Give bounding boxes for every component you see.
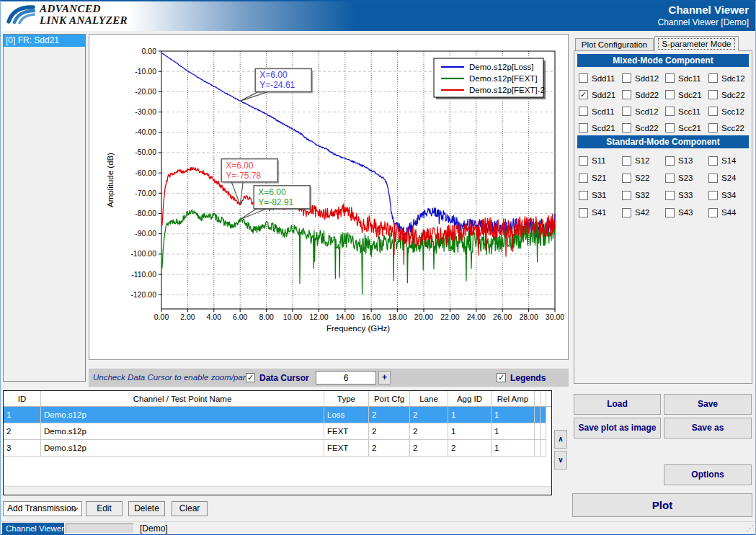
- save-plot-as-image-button[interactable]: Save plot as image: [574, 418, 661, 439]
- checkbox-sdc21[interactable]: Sdc21: [665, 86, 708, 103]
- checkbox-box[interactable]: [622, 123, 631, 132]
- table-header-cell[interactable]: Rel Amp: [492, 391, 535, 406]
- checkbox-box[interactable]: [708, 73, 718, 83]
- checkbox-box[interactable]: [708, 208, 718, 217]
- checkbox-s12[interactable]: S12: [622, 152, 665, 169]
- delete-button[interactable]: Delete: [128, 501, 165, 516]
- checkbox-s31[interactable]: S31: [579, 186, 622, 204]
- checkbox-box[interactable]: [622, 107, 631, 116]
- checkbox-box[interactable]: [579, 90, 588, 99]
- move-down-button[interactable]: ∨: [554, 451, 567, 469]
- checkbox-sdd22[interactable]: Sdd22: [622, 86, 665, 103]
- table-header-cell[interactable]: Channel / Test Point Name: [41, 391, 324, 406]
- checkbox-sdc22[interactable]: Sdc22: [708, 86, 750, 103]
- checkbox-scc11[interactable]: Scc11: [665, 103, 708, 120]
- chart-canvas[interactable]: 0.002.004.006.008.0010.0012.0014.0016.00…: [89, 35, 568, 359]
- checkbox-scc12[interactable]: Scc12: [708, 103, 750, 120]
- save-button[interactable]: Save: [664, 394, 752, 415]
- data-cursor-checkbox[interactable]: [246, 373, 255, 382]
- table-horizontal-scrollbar[interactable]: [4, 486, 551, 495]
- table-header-cell[interactable]: Lane: [410, 391, 448, 406]
- checkbox-s34[interactable]: S34: [708, 186, 750, 204]
- checkbox-s23[interactable]: S23: [665, 169, 708, 186]
- move-up-button[interactable]: ∧: [554, 430, 567, 449]
- checkbox-box[interactable]: [579, 174, 588, 183]
- load-button[interactable]: Load: [574, 394, 661, 415]
- checkbox-box[interactable]: [665, 191, 675, 200]
- checkbox-s24[interactable]: S24: [708, 169, 750, 186]
- table-header-cell[interactable]: Agg ID: [448, 391, 492, 406]
- checkbox-scc22[interactable]: Scc22: [708, 120, 750, 136]
- table-header-cell[interactable]: ID: [4, 391, 41, 406]
- checkbox-box[interactable]: [708, 191, 718, 200]
- checkbox-scc21[interactable]: Scc21: [665, 120, 708, 136]
- cursor-increment-button[interactable]: +: [378, 371, 391, 385]
- checkbox-box[interactable]: [665, 174, 675, 183]
- checkbox-box[interactable]: [708, 156, 718, 166]
- checkbox-s22[interactable]: S22: [622, 169, 665, 186]
- checkbox-box[interactable]: [622, 191, 631, 200]
- checkbox-sdc12[interactable]: Sdc12: [708, 70, 750, 86]
- checkbox-box[interactable]: [665, 73, 675, 83]
- checkbox-box[interactable]: [622, 73, 631, 83]
- checkbox-box[interactable]: [665, 156, 675, 166]
- clear-button[interactable]: Clear: [172, 501, 208, 516]
- checkbox-s32[interactable]: S32: [622, 186, 665, 204]
- tab-plot-configuration[interactable]: Plot Configuration: [575, 38, 654, 50]
- table-header-cell[interactable]: Type: [324, 391, 369, 406]
- checkbox-box[interactable]: [622, 90, 631, 99]
- checkbox-s11[interactable]: S11: [579, 152, 622, 169]
- table-header-cell[interactable]: Port Cfg: [369, 391, 410, 406]
- resize-grip-icon[interactable]: ⋰: [746, 523, 754, 533]
- checkbox-box[interactable]: [579, 107, 588, 116]
- cursor-x-input[interactable]: [316, 371, 376, 385]
- add-transmission-dropdown[interactable]: Add Transmission: [3, 501, 82, 516]
- checkbox-box[interactable]: [665, 90, 675, 99]
- legends-checkbox[interactable]: [497, 373, 506, 382]
- checkbox-box[interactable]: [579, 73, 588, 83]
- checkbox-sdd12[interactable]: Sdd12: [622, 70, 665, 86]
- checkbox-box[interactable]: [665, 123, 675, 132]
- checkbox-box[interactable]: [622, 156, 631, 166]
- checkbox-box[interactable]: [622, 208, 631, 217]
- checkbox-box[interactable]: [622, 174, 631, 183]
- checkbox-box[interactable]: [579, 156, 588, 166]
- checkbox-box[interactable]: [665, 208, 675, 217]
- sidebar-item[interactable]: [0] FR: Sdd21: [4, 35, 85, 47]
- options-button[interactable]: Options: [664, 464, 752, 485]
- checkbox-sdd21[interactable]: Sdd21: [579, 86, 622, 103]
- checkbox-box[interactable]: [708, 174, 718, 183]
- checkbox-box[interactable]: [708, 90, 718, 99]
- checkbox-s43[interactable]: S43: [665, 204, 708, 221]
- plot-button[interactable]: Plot: [572, 493, 752, 517]
- checkbox-s44[interactable]: S44: [708, 204, 750, 221]
- checkbox-box[interactable]: [579, 208, 588, 217]
- checkbox-s33[interactable]: S33: [665, 186, 708, 204]
- checkbox-box[interactable]: [579, 123, 588, 132]
- table-header-cell[interactable]: [541, 391, 546, 406]
- checkbox-scd22[interactable]: Scd22: [622, 120, 665, 136]
- result-list[interactable]: [0] FR: Sdd21: [3, 34, 86, 382]
- table-header-cell[interactable]: [535, 391, 541, 406]
- table-row[interactable]: 2Demo.s12pFEXT2211: [4, 423, 551, 440]
- checkbox-box[interactable]: [708, 107, 718, 116]
- checkbox-box[interactable]: [665, 107, 675, 116]
- checkbox-box[interactable]: [579, 191, 588, 200]
- table-row[interactable]: 1Demo.s12pLoss2211: [4, 407, 551, 423]
- checkbox-s13[interactable]: S13: [665, 152, 708, 169]
- checkbox-s42[interactable]: S42: [622, 204, 665, 221]
- table-row[interactable]: 3Demo.s12pFEXT2221: [4, 440, 551, 457]
- edit-button[interactable]: Edit: [86, 501, 123, 516]
- tab-sparameter-mode[interactable]: S-parameter Mode: [654, 36, 739, 51]
- checkbox-sdc11[interactable]: Sdc11: [665, 70, 708, 86]
- checkbox-sdd11[interactable]: Sdd11: [579, 70, 622, 86]
- checkbox-scd11[interactable]: Scd11: [579, 103, 622, 120]
- checkbox-s41[interactable]: S41: [579, 204, 622, 221]
- channel-table[interactable]: IDChannel / Test Point NameTypePort CfgL…: [3, 390, 552, 495]
- checkbox-box[interactable]: [708, 123, 718, 132]
- save-as-button[interactable]: Save as: [664, 418, 752, 439]
- checkbox-s21[interactable]: S21: [579, 169, 622, 186]
- checkbox-scd12[interactable]: Scd12: [622, 103, 665, 120]
- checkbox-s14[interactable]: S14: [708, 152, 750, 169]
- checkbox-scd21[interactable]: Scd21: [579, 120, 622, 136]
